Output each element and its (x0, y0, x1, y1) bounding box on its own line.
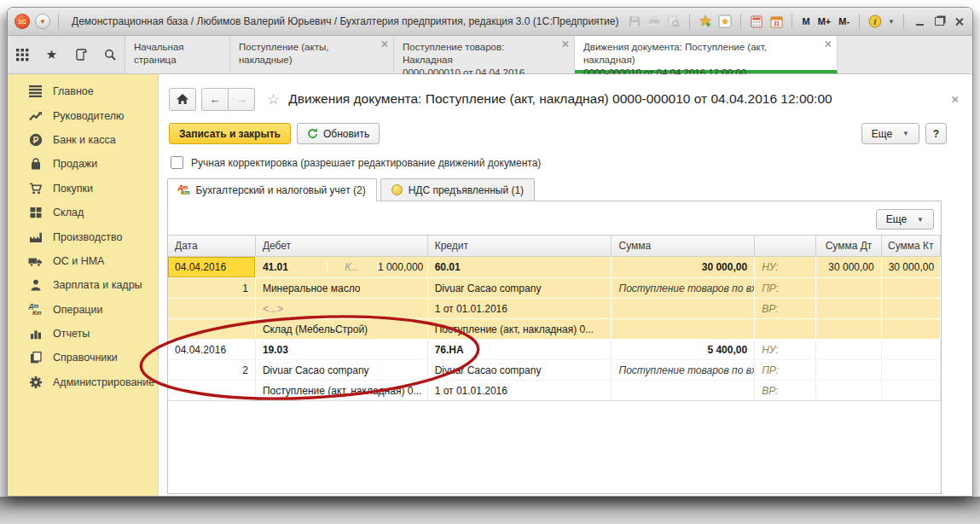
sidebar-item-spravochniki[interactable]: Справочники (8, 346, 158, 370)
cell-date[interactable]: 04.04.2016 (168, 340, 255, 360)
cell-date[interactable]: 04.04.2016 (168, 257, 255, 278)
save-and-close-button[interactable]: Записать и закрыть (169, 123, 291, 144)
cell-tax-flag[interactable]: ПР: (755, 278, 816, 299)
cell-tax-flag[interactable]: НУ: (755, 340, 816, 360)
cell-tax-flag[interactable]: ВР: (755, 299, 816, 319)
cell-empty[interactable] (612, 299, 755, 319)
forward-button[interactable]: → (229, 88, 255, 111)
cell-empty[interactable] (881, 360, 940, 381)
sidebar-item-operacii[interactable]: ДтКт Операции (8, 298, 158, 322)
cell-empty[interactable] (816, 340, 881, 360)
minimize-button[interactable] (913, 15, 926, 27)
cell-empty[interactable] (816, 360, 881, 381)
cell-empty[interactable] (612, 319, 755, 340)
col-header-debit[interactable]: Дебет (255, 236, 427, 257)
favorites-icon[interactable] (718, 15, 732, 28)
cell-comment[interactable]: Поступление товаров по вх.д. от (612, 360, 755, 381)
cell-debit[interactable]: 19.03 (255, 340, 427, 360)
tab-accounting-register[interactable]: ДтКт Бухгалтерский и налоговый учет (2) (167, 178, 377, 201)
menu-grid-icon[interactable] (15, 47, 31, 62)
cell-credit[interactable]: 76.НА (427, 340, 612, 360)
cell-line-number[interactable]: 1 (168, 278, 255, 299)
memory-m-button[interactable]: M (801, 16, 810, 26)
tab-receipts-list[interactable]: Поступление (акты, накладные) (230, 36, 394, 73)
cell-tax-flag[interactable]: ВР: (755, 381, 816, 401)
sidebar-item-sklad[interactable]: Склад (8, 201, 158, 224)
tab-vat-register[interactable]: НДС предъявленный (1) (380, 178, 535, 201)
cell-empty[interactable] (881, 340, 940, 360)
sidebar-item-os-i-nma[interactable]: ОС и НМА (8, 249, 158, 273)
manual-adjustment-checkbox[interactable] (171, 156, 183, 169)
cell-empty[interactable] (816, 381, 881, 401)
cell-empty[interactable] (168, 381, 255, 401)
cell-empty[interactable] (168, 299, 255, 319)
info-icon[interactable]: i (868, 15, 882, 28)
cell-empty[interactable] (881, 381, 940, 401)
document-close-icon[interactable] (952, 96, 958, 102)
sidebar-item-glavnoe[interactable]: Главное (8, 79, 158, 103)
cell-sum[interactable]: 5 400,00 (612, 340, 755, 360)
refresh-button[interactable]: Обновить (297, 123, 380, 144)
cell-comment[interactable]: Поступление товаров по вх.д. от (612, 278, 755, 299)
cell-debit-detail[interactable]: <...> (255, 299, 427, 319)
cell-empty[interactable] (816, 299, 881, 319)
sidebar-item-rukovoditelyu[interactable]: Руководителю (8, 103, 158, 127)
tab-document-movements[interactable]: Движения документа: Поступление (акт, на… (575, 36, 838, 73)
search-icon[interactable] (102, 47, 118, 62)
add-favorite-icon[interactable] (699, 15, 712, 28)
calendar-icon[interactable]: 31 (769, 15, 783, 28)
cell-empty[interactable] (881, 299, 940, 319)
cell-empty[interactable] (816, 278, 881, 299)
close-button[interactable] (952, 15, 966, 27)
cell-credit-detail[interactable]: Поступление (акт, накладная) 0... (427, 319, 612, 340)
sidebar-item-zarplata-i-kadry[interactable]: Зарплата и кадры (8, 273, 158, 297)
memory-m-plus-button[interactable]: M+ (817, 16, 832, 26)
table-more-button[interactable]: Еще ▼ (876, 209, 934, 230)
restore-button[interactable] (932, 15, 946, 27)
cell-sum-dt[interactable]: 30 000,00 (816, 257, 881, 278)
history-icon[interactable] (73, 47, 89, 62)
sidebar-item-proizvodstvo[interactable]: Производство (8, 224, 158, 248)
cell-empty[interactable] (755, 319, 816, 340)
system-menu-dropdown-icon[interactable]: ▼ (35, 14, 50, 29)
home-button[interactable] (169, 88, 196, 111)
info-dropdown-icon[interactable]: ▼ (888, 18, 895, 26)
cell-empty[interactable] (168, 319, 255, 340)
col-header-credit[interactable]: Кредит (427, 236, 612, 257)
col-header-date[interactable]: Дата (168, 236, 255, 257)
favorites-star-icon[interactable]: ★ (44, 47, 60, 62)
calculator-icon[interactable] (750, 15, 763, 28)
help-button[interactable]: ? (925, 123, 947, 144)
cell-debit-detail[interactable]: Минеральное масло (255, 278, 427, 299)
col-header-sum-dt[interactable]: Сумма Дт (816, 236, 881, 257)
sidebar-item-prodazhi[interactable]: Продажи (8, 152, 158, 176)
cell-tax-flag[interactable]: НУ: (755, 257, 816, 278)
cell-empty[interactable] (881, 319, 940, 340)
cell-credit[interactable]: 60.01 (427, 257, 612, 278)
tab-close-icon[interactable] (825, 41, 831, 47)
more-button[interactable]: Еще ▼ (861, 123, 919, 144)
memory-m-minus-button[interactable]: M- (838, 16, 850, 26)
1c-logo-icon[interactable]: 1С (14, 14, 30, 29)
cell-line-number[interactable]: 2 (168, 360, 255, 381)
cell-empty[interactable] (816, 319, 881, 340)
cell-empty[interactable] (881, 278, 940, 299)
back-button[interactable]: ← (201, 88, 229, 111)
col-header-sum[interactable]: Сумма (612, 236, 755, 257)
cell-credit-detail[interactable]: Divuar Cacao company (427, 360, 612, 381)
cell-debit-detail[interactable]: Поступление (акт, накладная) 0... (255, 381, 427, 401)
cell-credit-detail[interactable]: 1 от 01.01.2016 (427, 299, 612, 319)
cell-tax-flag[interactable]: ПР: (755, 360, 816, 381)
cell-credit-detail[interactable]: 1 от 01.01.2016 (427, 381, 612, 401)
tab-home[interactable]: Начальная страница (125, 36, 230, 73)
cell-credit-detail[interactable]: Divuar Cacao company (427, 278, 612, 299)
cell-debit-detail[interactable]: Divuar Cacao company (255, 360, 427, 381)
col-header-sum-kt[interactable]: Сумма Кт (881, 236, 940, 257)
col-header-flag[interactable] (755, 236, 816, 257)
tab-goods-receipt[interactable]: Поступление товаров: Накладная 0000-0000… (394, 36, 575, 73)
favorite-star-icon[interactable]: ☆ (267, 90, 280, 108)
cell-sum[interactable]: 30 000,00 (612, 257, 755, 278)
sidebar-item-administrirovanie[interactable]: Администрирование (8, 370, 158, 394)
sidebar-item-otchety[interactable]: Отчеты (8, 322, 158, 346)
cell-sum-kt[interactable]: 30 000,00 (881, 257, 940, 278)
